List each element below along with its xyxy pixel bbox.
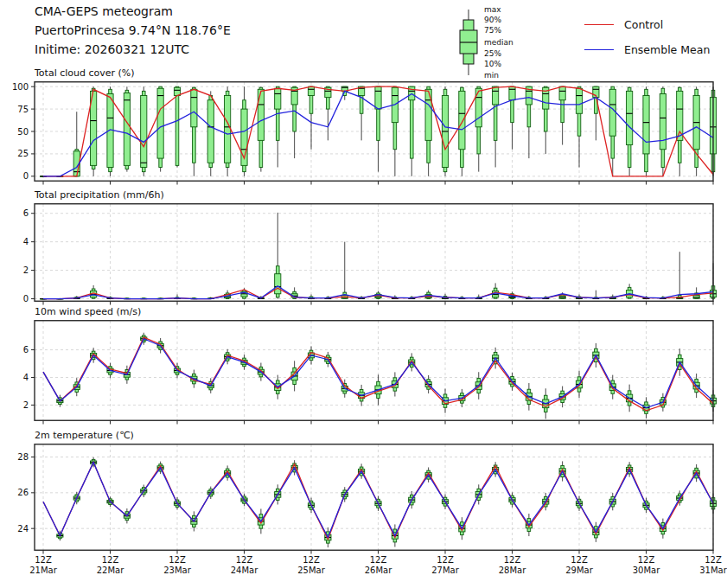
x-tick-time: 12Z <box>102 555 119 565</box>
panel-title-cloud-cover: Total cloud cover (%) <box>35 67 135 79</box>
temperature-plot: 242628 <box>0 444 727 555</box>
legend-percentile-label: max <box>484 5 501 14</box>
box-25-75 <box>375 86 381 109</box>
x-tick-label: 12Z28Mar <box>487 555 539 576</box>
box-25-75 <box>509 86 515 100</box>
panel-title-wind-speed: 10m wind speed (m/s) <box>35 306 141 317</box>
box-25-75 <box>559 86 565 100</box>
x-tick-date: 25Mar <box>297 566 325 575</box>
x-tick-time: 12Z <box>35 555 52 565</box>
box-25-75 <box>258 89 264 140</box>
legend-percentile-label: min <box>484 71 499 80</box>
legend-percentile-label: 25% <box>484 49 501 58</box>
box-25-75 <box>643 96 649 154</box>
x-tick-label: 12Z27Mar <box>419 555 471 576</box>
box-25-75 <box>693 295 699 298</box>
x-tick-time: 12Z <box>437 555 454 565</box>
x-tick-label: 12Z22Mar <box>85 555 137 576</box>
x-tick-date: 24Mar <box>231 566 258 575</box>
x-tick-date: 28Mar <box>499 566 526 575</box>
x-tick-time: 12Z <box>236 555 253 565</box>
x-tick-date: 29Mar <box>565 566 593 575</box>
x-tick-date: 27Mar <box>431 566 459 575</box>
y-tick-label: 6 <box>23 208 29 218</box>
x-tick-time: 12Z <box>571 555 588 565</box>
y-tick-label: 2 <box>23 400 29 410</box>
boxplot-legend-glyph: max90%75%median25%10%min <box>443 3 572 83</box>
box-25-75 <box>576 88 582 113</box>
legend-percentile-label: 90% <box>484 16 501 24</box>
y-tick-label: 0 <box>23 294 29 304</box>
box-25-75 <box>275 88 281 109</box>
chart-title: CMA-GEPS meteogram <box>35 5 173 18</box>
x-tick-label: 12Z31Mar <box>687 555 727 576</box>
x-tick-label: 12Z30Mar <box>621 555 673 576</box>
box-25-75 <box>157 88 163 158</box>
x-tick-time: 12Z <box>504 555 521 565</box>
station-coordinates: PuertoPrincesa 9.74°N 118.76°E <box>35 24 231 37</box>
ensemble-mean-line-sample <box>584 49 614 50</box>
ensemble-mean-label: Ensemble Mean <box>624 43 710 56</box>
x-tick-label: 12Z23Mar <box>151 555 203 576</box>
legend-ensemble-mean: Ensemble Mean <box>584 41 710 58</box>
x-tick-label: 12Z26Mar <box>353 555 405 576</box>
init-time: Initime: 20260321 12UTC <box>35 43 189 56</box>
cloud-cover-plot: 0255075100 <box>0 81 727 186</box>
x-tick-label: 12Z21Mar <box>17 555 69 576</box>
legend-percentile-label: 10% <box>484 60 501 68</box>
y-tick-label: 4 <box>23 237 29 246</box>
y-tick-label: 50 <box>17 127 29 137</box>
x-tick-date: 23Mar <box>163 566 191 575</box>
x-axis-labels: 12Z21Mar12Z22Mar12Z23Mar12Z24Mar12Z25Mar… <box>0 555 727 585</box>
control-label: Control <box>624 18 663 31</box>
meteogram-figure: CMA-GEPS meteogram PuertoPrincesa 9.74°N… <box>0 0 727 588</box>
y-tick-label: 4 <box>23 373 29 382</box>
panel-title-temperature: 2m temperature (℃) <box>35 430 134 441</box>
precipitation-plot: 0246 <box>0 203 727 306</box>
y-tick-label: 28 <box>17 452 29 462</box>
box-10-90 <box>175 86 179 165</box>
x-tick-date: 31Mar <box>699 566 727 575</box>
x-tick-date: 22Mar <box>97 566 124 575</box>
box-25-75 <box>141 96 147 168</box>
x-tick-time: 12Z <box>303 555 320 565</box>
x-tick-date: 26Mar <box>365 566 392 575</box>
box-25-75 <box>627 91 633 144</box>
y-tick-label: 24 <box>17 524 29 534</box>
box-25-75 <box>191 89 197 127</box>
box-25-75 <box>225 96 231 163</box>
plot-background <box>35 204 713 302</box>
y-tick-label: 26 <box>17 488 29 497</box>
x-tick-time: 12Z <box>370 555 387 565</box>
y-tick-label: 100 <box>12 82 29 92</box>
x-tick-label: 12Z25Mar <box>285 555 337 576</box>
x-tick-time: 12Z <box>169 555 186 565</box>
box-25-75 <box>275 274 281 294</box>
panel-title-precipitation: Total precipitation (mm/6h) <box>35 189 164 201</box>
box-25-75 <box>308 86 314 95</box>
y-tick-label: 0 <box>23 171 29 181</box>
wind-speed-plot: 246 <box>0 320 727 425</box>
y-tick-label: 2 <box>23 265 29 275</box>
box-25-75 <box>609 89 615 136</box>
legend-percentile-label: median <box>484 38 513 47</box>
control-line-sample <box>584 24 614 25</box>
legend-control: Control <box>584 16 710 33</box>
x-tick-date: 21Mar <box>29 566 57 575</box>
x-tick-label: 12Z24Mar <box>219 555 271 576</box>
y-tick-label: 6 <box>23 345 29 355</box>
x-tick-date: 30Mar <box>633 566 660 575</box>
y-tick-label: 75 <box>17 105 29 114</box>
box-25-75 <box>493 86 499 105</box>
box-25-75 <box>207 100 214 163</box>
plot-background <box>35 321 713 421</box>
x-tick-time: 12Z <box>705 555 722 565</box>
x-tick-time: 12Z <box>638 555 655 565</box>
x-tick-label: 12Z29Mar <box>553 555 605 576</box>
y-tick-label: 25 <box>17 149 29 158</box>
line-legend: Control Ensemble Mean <box>584 16 710 66</box>
legend-percentile-label: 75% <box>484 26 501 35</box>
box-25-75 <box>459 91 465 149</box>
box-25-75 <box>124 93 130 165</box>
